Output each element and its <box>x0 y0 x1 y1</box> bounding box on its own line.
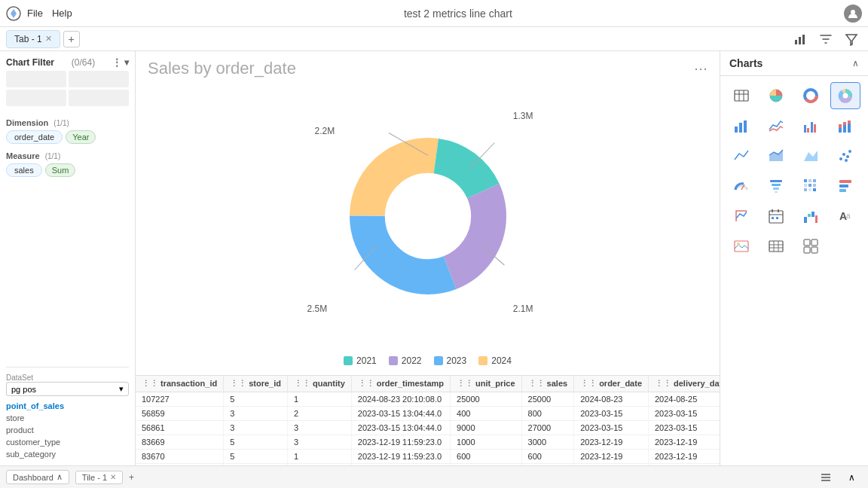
chart-options-icon[interactable]: ⋯ <box>694 60 708 77</box>
svg-rect-40 <box>804 184 807 187</box>
chart-type-pie[interactable] <box>761 82 791 109</box>
file-menu[interactable]: File <box>27 8 43 19</box>
chart-type-grouped-bar[interactable] <box>796 112 826 139</box>
col-transaction-id: ⋮⋮transaction_id <box>136 376 224 392</box>
measure-agg[interactable]: Sum <box>45 163 76 177</box>
chart-icons-grid: Aa <box>720 76 868 266</box>
dataset-section: DataSet pg pos ▾ point_of_sales store pr… <box>6 367 129 459</box>
svg-rect-70 <box>804 247 810 253</box>
dashboard-tab[interactable]: Dashboard ∧ <box>6 470 69 484</box>
chart-type-pivot[interactable] <box>726 203 756 230</box>
col-delivery-date: ⋮⋮delivery_date <box>649 376 720 392</box>
charts-collapse-icon[interactable]: ∧ <box>852 58 859 69</box>
svg-rect-37 <box>804 179 807 182</box>
svg-point-31 <box>845 159 848 162</box>
dataset-item-product[interactable]: product <box>6 425 129 435</box>
more-icon[interactable]: ⋮ <box>112 57 121 68</box>
expand-icon[interactable]: ▾ <box>124 57 129 68</box>
legend-item-2024: 2024 <box>478 355 512 366</box>
filter-cell <box>6 71 66 87</box>
help-menu[interactable]: Help <box>52 8 72 19</box>
chart-type-area[interactable] <box>761 142 791 169</box>
chart-type-waterfall[interactable] <box>796 203 826 230</box>
topbar: File Help test 2 metrics line chart <box>0 0 868 27</box>
legend-dot-2023 <box>434 356 443 365</box>
chart-type-bar[interactable] <box>726 112 756 139</box>
chart-type-scatter[interactable] <box>830 142 860 169</box>
chart-type-funnel[interactable] <box>761 172 791 200</box>
tile-tab[interactable]: Tile - 1 ✕ <box>75 471 123 484</box>
legend-label-2021: 2021 <box>356 355 377 366</box>
bottom-menu-icon[interactable] <box>815 467 836 488</box>
tile-label: Tile - 1 <box>82 473 107 482</box>
donut-chart: 2.2M 1.3M 2.5M 2.1M <box>300 103 556 329</box>
bottom-collapse-icon[interactable]: ∧ <box>841 467 862 488</box>
dataset-item-sub-category[interactable]: sub_category <box>6 449 129 459</box>
dataset-label: DataSet <box>6 374 129 382</box>
table-row: 107227512024-08-23 20:10:08.025000250002… <box>136 392 720 407</box>
tab-1[interactable]: Tab - 1 ✕ <box>6 30 60 48</box>
table-cell: 18000 <box>521 464 574 466</box>
table-cell: 5 <box>224 392 288 407</box>
svg-point-12 <box>808 93 814 99</box>
svg-rect-39 <box>813 179 816 182</box>
chart-type-grid[interactable] <box>796 233 826 260</box>
data-table-area: ⋮⋮transaction_id ⋮⋮store_id ⋮⋮quantity ⋮… <box>136 375 720 465</box>
funnel-icon[interactable] <box>841 29 862 50</box>
chart-type-line[interactable] <box>761 112 791 139</box>
dataset-selected: pg pos <box>11 385 36 394</box>
chart-type-image[interactable] <box>726 233 756 260</box>
tile-add-button[interactable]: + <box>129 472 134 483</box>
table-cell: 2023-12-19 <box>649 450 720 464</box>
bottombar: Dashboard ∧ Tile - 1 ✕ + ∧ <box>0 465 868 488</box>
legend-label-2023: 2023 <box>447 355 467 366</box>
svg-rect-34 <box>772 184 781 186</box>
chart-type-column[interactable] <box>830 172 860 200</box>
chart-label-2-2m: 2.2M <box>315 126 335 136</box>
dimension-field[interactable]: order_date <box>6 130 63 144</box>
svg-rect-42 <box>813 184 816 187</box>
chart-type-stacked-bar[interactable] <box>830 112 860 139</box>
svg-point-28 <box>842 153 845 156</box>
dimension-granularity[interactable]: Year <box>66 130 96 144</box>
chart-type-gauge[interactable] <box>726 172 756 200</box>
dataset-item-point-of-sales[interactable]: point_of_sales <box>6 401 129 411</box>
chart-type-mountain[interactable] <box>796 142 826 169</box>
dimension-section: Dimension (1/1) order_date Year <box>6 118 129 144</box>
chart-type-calendar[interactable] <box>761 203 791 230</box>
dataset-item-customer-type[interactable]: customer_type <box>6 437 129 447</box>
user-avatar[interactable] <box>844 5 862 23</box>
table-cell: 25000 <box>521 392 574 407</box>
chart-type-table2[interactable] <box>761 233 791 260</box>
filter-icon[interactable] <box>815 29 836 50</box>
chart-view-icon[interactable] <box>790 29 811 50</box>
measure-field[interactable]: sales <box>6 163 42 177</box>
dataset-select[interactable]: pg pos ▾ <box>6 382 129 396</box>
svg-rect-57 <box>811 212 815 217</box>
table-cell: 5 <box>224 435 288 450</box>
data-table-scroll[interactable]: ⋮⋮transaction_id ⋮⋮store_id ⋮⋮quantity ⋮… <box>136 376 720 465</box>
svg-rect-38 <box>808 179 811 182</box>
chart-type-rose[interactable] <box>830 82 860 109</box>
col-sales: ⋮⋮sales <box>521 376 574 392</box>
chart-type-text[interactable]: Aa <box>830 203 860 230</box>
tab-close[interactable]: ✕ <box>45 34 52 44</box>
chart-type-table[interactable] <box>726 82 756 109</box>
chart-type-donut[interactable] <box>796 82 826 109</box>
svg-rect-55 <box>804 217 807 223</box>
chart-type-line-area[interactable] <box>726 142 756 169</box>
svg-rect-23 <box>843 125 846 133</box>
dataset-list: point_of_sales store product customer_ty… <box>6 401 129 459</box>
tile-close[interactable]: ✕ <box>110 473 116 481</box>
table-cell: 27000 <box>521 421 574 435</box>
chart-label-2-5m: 2.5M <box>307 303 328 314</box>
dataset-item-store[interactable]: store <box>6 413 129 423</box>
chart-type-heatmap[interactable] <box>796 172 826 200</box>
svg-rect-49 <box>769 211 783 223</box>
table-cell: 18000 <box>451 464 522 466</box>
svg-point-29 <box>846 155 849 158</box>
svg-text:a: a <box>846 212 851 220</box>
tab-add-button[interactable]: + <box>63 31 80 47</box>
table-cell: 2023-12-19 11:59:23.0 <box>351 435 450 450</box>
filter-cell <box>69 90 129 106</box>
